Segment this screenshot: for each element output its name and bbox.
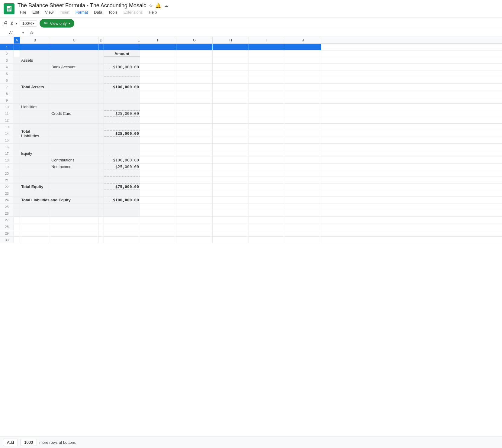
cell-i18[interactable]	[249, 157, 285, 163]
cell-f27[interactable]	[140, 217, 176, 223]
cell-c18[interactable]: Contributions	[50, 157, 98, 163]
cell-i21[interactable]	[249, 177, 285, 183]
cell-g26[interactable]	[176, 210, 213, 216]
cell-f1[interactable]	[140, 44, 176, 50]
cell-b23[interactable]	[20, 190, 50, 196]
cell-f18[interactable]	[140, 157, 176, 163]
cell-i7[interactable]	[249, 84, 285, 90]
cell-i8[interactable]	[249, 90, 285, 97]
cell-h16[interactable]	[213, 144, 249, 150]
zoom-control[interactable]: 100% ▾	[20, 20, 37, 27]
cell-d26[interactable]	[98, 210, 104, 216]
cell-d15[interactable]	[98, 137, 104, 143]
cell-g6[interactable]	[176, 77, 213, 83]
cell-f17[interactable]	[140, 150, 176, 157]
cell-a26[interactable]	[14, 210, 20, 216]
cell-h6[interactable]	[213, 77, 249, 83]
cell-b10[interactable]: Liabilities	[20, 104, 50, 110]
cell-h23[interactable]	[213, 190, 249, 196]
cell-c7[interactable]	[50, 84, 98, 90]
cell-e1[interactable]	[104, 44, 140, 50]
row-num-10[interactable]: 10	[0, 104, 14, 110]
cell-h15[interactable]	[213, 137, 249, 143]
cell-a21[interactable]	[14, 177, 20, 183]
row-num-7[interactable]: 7	[0, 84, 14, 90]
cell-e7[interactable]: $100,000.00	[104, 84, 140, 90]
cell-g3[interactable]	[176, 57, 213, 63]
cell-f25[interactable]	[140, 203, 176, 210]
row-num-22[interactable]: 22	[0, 183, 14, 190]
cell-f24[interactable]	[140, 197, 176, 203]
row-num-28[interactable]: 28	[0, 223, 14, 230]
cell-b19[interactable]	[20, 164, 50, 170]
rows-count-input[interactable]	[20, 439, 37, 443]
cell-a6[interactable]	[14, 77, 20, 83]
cell-a20[interactable]	[14, 170, 20, 177]
cell-g24[interactable]	[176, 197, 213, 203]
col-header-e[interactable]: E	[104, 37, 140, 44]
row-num-17[interactable]: 17	[0, 150, 14, 157]
cell-d16[interactable]	[98, 144, 104, 150]
cell-e2[interactable]: Amount	[104, 50, 140, 57]
cell-b11[interactable]	[20, 110, 50, 117]
cell-b20[interactable]	[20, 170, 50, 177]
row-num-3[interactable]: 3	[0, 57, 14, 63]
cell-g1[interactable]	[176, 44, 213, 50]
cell-h3[interactable]	[213, 57, 249, 63]
cell-j8[interactable]	[285, 90, 321, 97]
cell-b30[interactable]	[20, 237, 50, 243]
cell-c1[interactable]	[50, 44, 98, 50]
row-num-14[interactable]: 14	[0, 130, 14, 137]
cell-j28[interactable]	[285, 223, 321, 230]
cell-d12[interactable]	[98, 117, 104, 123]
cell-a30[interactable]	[14, 237, 20, 243]
cell-i3[interactable]	[249, 57, 285, 63]
cell-a1[interactable]	[14, 44, 20, 50]
cell-j2[interactable]	[285, 50, 321, 57]
cell-e27[interactable]	[104, 217, 140, 223]
cell-d20[interactable]	[98, 170, 104, 177]
row-num-23[interactable]: 23	[0, 190, 14, 196]
cell-i20[interactable]	[249, 170, 285, 177]
row-num-21[interactable]: 21	[0, 177, 14, 183]
cell-a4[interactable]	[14, 64, 20, 70]
cell-j25[interactable]	[285, 203, 321, 210]
cell-g14[interactable]	[176, 130, 213, 137]
cell-i29[interactable]	[249, 230, 285, 236]
cell-f19[interactable]	[140, 164, 176, 170]
cell-reference[interactable]: A1	[2, 30, 21, 36]
cell-c20[interactable]	[50, 170, 98, 177]
cell-i5[interactable]	[249, 70, 285, 77]
cell-a11[interactable]	[14, 110, 20, 117]
cell-h11[interactable]	[213, 110, 249, 117]
cell-a25[interactable]	[14, 203, 20, 210]
cell-h5[interactable]	[213, 70, 249, 77]
cell-i22[interactable]	[249, 183, 285, 190]
cell-i6[interactable]	[249, 77, 285, 83]
cell-g19[interactable]	[176, 164, 213, 170]
cell-j4[interactable]	[285, 64, 321, 70]
row-num-18[interactable]: 18	[0, 157, 14, 163]
cell-j18[interactable]	[285, 157, 321, 163]
row-num-12[interactable]: 12	[0, 117, 14, 123]
cell-h1[interactable]	[213, 44, 249, 50]
cell-j10[interactable]	[285, 104, 321, 110]
cell-b29[interactable]	[20, 230, 50, 236]
cell-a24[interactable]	[14, 197, 20, 203]
menu-file[interactable]: File	[18, 9, 29, 15]
menu-help[interactable]: Help	[146, 9, 159, 15]
row-num-11[interactable]: 11	[0, 110, 14, 117]
cell-c13[interactable]	[50, 124, 98, 130]
formula-input[interactable]	[35, 30, 500, 36]
cell-h28[interactable]	[213, 223, 249, 230]
cell-a17[interactable]	[14, 150, 20, 157]
cell-j3[interactable]	[285, 57, 321, 63]
cell-j21[interactable]	[285, 177, 321, 183]
cell-e11[interactable]: $25,000.00	[104, 110, 140, 117]
cell-e12[interactable]	[104, 117, 140, 123]
cell-c2[interactable]	[50, 50, 98, 57]
cell-j30[interactable]	[285, 237, 321, 243]
cell-g15[interactable]	[176, 137, 213, 143]
cell-d4[interactable]	[98, 64, 104, 70]
cell-b9[interactable]	[20, 97, 50, 103]
